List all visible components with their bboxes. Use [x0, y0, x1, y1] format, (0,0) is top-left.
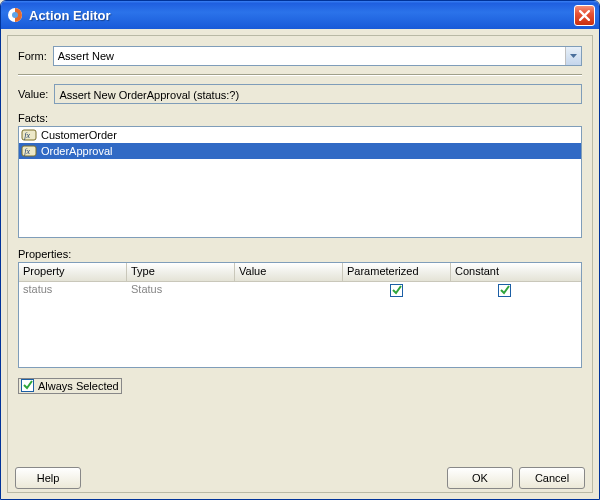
action-editor-window: Action Editor Form: Assert New	[0, 0, 600, 500]
check-icon	[499, 284, 511, 296]
col-constant[interactable]: Constant	[451, 263, 559, 281]
facts-item-label: OrderApproval	[41, 145, 113, 157]
facts-label: Facts:	[18, 112, 582, 124]
always-selected-checkbox[interactable]	[21, 379, 34, 392]
ok-button[interactable]: OK	[447, 467, 513, 489]
form-label: Form:	[18, 50, 47, 62]
form-combo-value: Assert New	[54, 49, 565, 63]
window-title: Action Editor	[29, 8, 568, 23]
properties-header: Property Type Value Parameterized Consta…	[19, 263, 581, 282]
col-property[interactable]: Property	[19, 263, 127, 281]
check-icon	[22, 379, 34, 391]
close-button[interactable]	[574, 5, 595, 26]
cell-value	[235, 282, 343, 300]
cell-type: Status	[127, 282, 235, 300]
function-icon: fx	[21, 127, 37, 143]
facts-item-orderapproval[interactable]: fx OrderApproval	[19, 143, 581, 159]
constant-checkbox[interactable]	[498, 284, 511, 297]
function-icon: fx	[21, 143, 37, 159]
table-row[interactable]: status Status	[19, 282, 581, 300]
form-row: Form: Assert New	[18, 46, 582, 66]
client-area: Form: Assert New Value: Assert New Order…	[1, 29, 599, 499]
cell-constant	[451, 282, 559, 300]
col-parameterized[interactable]: Parameterized	[343, 263, 451, 281]
col-value[interactable]: Value	[235, 263, 343, 281]
properties-body: status Status	[19, 282, 581, 367]
button-row: Help OK Cancel	[15, 467, 585, 489]
app-icon	[7, 7, 23, 23]
always-selected-label: Always Selected	[38, 380, 119, 392]
panel-inner: Form: Assert New Value: Assert New Order…	[18, 46, 582, 484]
always-selected-control[interactable]: Always Selected	[18, 378, 122, 394]
svg-text:fx: fx	[24, 147, 30, 156]
spacer	[18, 238, 582, 248]
parameterized-checkbox[interactable]	[390, 284, 403, 297]
facts-item-customerorder[interactable]: fx CustomerOrder	[19, 127, 581, 143]
facts-list[interactable]: fx CustomerOrder fx OrderApproval	[18, 126, 582, 238]
svg-point-1	[12, 12, 18, 18]
help-button[interactable]: Help	[15, 467, 81, 489]
chevron-down-icon	[565, 47, 581, 65]
properties-label: Properties:	[18, 248, 582, 260]
always-selected-row: Always Selected	[18, 378, 582, 394]
titlebar: Action Editor	[1, 1, 599, 29]
svg-text:fx: fx	[24, 131, 30, 140]
cell-parameterized	[343, 282, 451, 300]
divider	[18, 74, 582, 76]
form-combo[interactable]: Assert New	[53, 46, 582, 66]
value-field: Assert New OrderApproval (status:?)	[54, 84, 582, 104]
value-label: Value:	[18, 88, 48, 100]
value-row: Value: Assert New OrderApproval (status:…	[18, 84, 582, 104]
cancel-button[interactable]: Cancel	[519, 467, 585, 489]
properties-table: Property Type Value Parameterized Consta…	[18, 262, 582, 368]
close-icon	[579, 10, 590, 21]
check-icon	[391, 284, 403, 296]
main-panel: Form: Assert New Value: Assert New Order…	[7, 35, 593, 493]
col-type[interactable]: Type	[127, 263, 235, 281]
facts-item-label: CustomerOrder	[41, 129, 117, 141]
cell-property: status	[19, 282, 127, 300]
